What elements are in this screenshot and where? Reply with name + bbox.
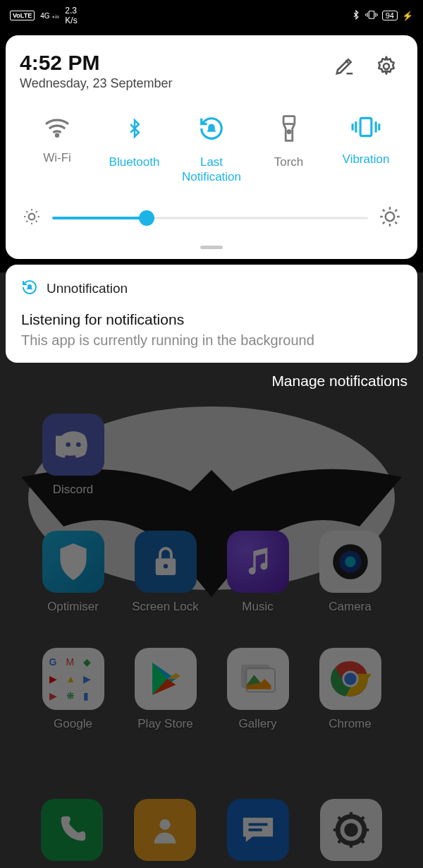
settings-button[interactable] [375, 55, 398, 80]
dock-messages[interactable] [227, 799, 289, 861]
notification-card[interactable]: Unnotification Listening for notificatio… [6, 265, 417, 363]
notification-title: Listening for notifications [21, 311, 402, 328]
app-label: Screen Lock [132, 600, 199, 614]
svg-rect-0 [369, 11, 374, 18]
svg-point-21 [159, 819, 170, 830]
svg-point-26 [344, 823, 358, 837]
toggle-torch[interactable]: Torch [253, 115, 325, 185]
svg-point-19 [342, 670, 358, 687]
svg-point-25 [341, 819, 362, 841]
vibration-icon [350, 115, 381, 139]
svg-point-12 [163, 564, 167, 568]
app-playstore[interactable]: Play Store [119, 648, 212, 731]
svg-point-18 [333, 661, 367, 696]
brightness-fill [52, 217, 147, 219]
app-gallery[interactable]: Gallery [212, 648, 304, 731]
app-discord[interactable]: Discord [27, 414, 119, 497]
wallpaper-bat [0, 399, 423, 597]
qs-header: 4:52 PM Wednesday, 23 September [20, 51, 403, 91]
toggle-bluetooth[interactable]: Bluetooth [99, 115, 171, 185]
toggle-last-notification[interactable]: Last Notification [176, 115, 247, 185]
dock-settings[interactable] [320, 799, 382, 861]
data-speed: 2.3K/s [65, 6, 77, 25]
qs-date: Wednesday, 23 September [20, 76, 172, 91]
bluetooth-icon [125, 115, 145, 142]
app-optimiser[interactable]: Optimiser [27, 531, 119, 614]
edit-button[interactable] [334, 55, 355, 80]
brightness-thumb[interactable] [139, 210, 154, 226]
app-grid: Discord Optimiser Screen Lock Music [0, 414, 423, 731]
toggle-label: Vibration [343, 152, 390, 167]
svg-point-9 [66, 442, 70, 447]
app-label: Play Store [137, 717, 192, 731]
expand-handle[interactable] [200, 246, 223, 249]
svg-point-4 [287, 131, 290, 133]
app-music[interactable]: Music [212, 531, 304, 614]
app-label: Music [242, 600, 273, 614]
svg-rect-16 [241, 665, 270, 688]
notification-app-icon [21, 279, 38, 299]
app-label: Optimiser [47, 600, 99, 614]
wifi-icon [43, 115, 71, 138]
svg-point-15 [345, 556, 356, 567]
svg-rect-23 [249, 828, 262, 831]
app-screenlock[interactable]: Screen Lock [119, 531, 212, 614]
brightness-slider[interactable] [52, 210, 368, 226]
toggle-label: Bluetooth [109, 155, 160, 169]
app-google-folder[interactable]: GM◆ ▶▲▶ ▶❋▮ Google [27, 648, 119, 731]
qs-toggles: Wi-Fi Bluetooth Last Notification Torch … [20, 115, 403, 185]
quick-settings-panel: 4:52 PM Wednesday, 23 September Wi-Fi Bl… [6, 35, 417, 259]
qs-time: 4:52 PM [20, 51, 172, 75]
dock-phone[interactable] [41, 799, 103, 861]
vibrate-status-icon [365, 10, 378, 22]
brightness-row [20, 206, 403, 237]
app-camera[interactable]: Camera [304, 531, 396, 614]
status-bar: VoLTE 4G ₊ᵢₗₗ 2.3K/s 94 ⚡ [0, 0, 423, 31]
network-indicator: 4G ₊ᵢₗₗ [40, 12, 59, 20]
dock [0, 799, 423, 861]
torch-icon [280, 115, 298, 142]
notification-body: This app is currently running in the bac… [21, 332, 402, 349]
app-label: Discord [53, 483, 94, 497]
status-right: 94 ⚡ [351, 9, 413, 23]
dock-contacts[interactable] [134, 799, 196, 861]
svg-rect-22 [249, 823, 268, 826]
battery-indicator: 94 [382, 11, 398, 20]
charging-icon: ⚡ [402, 11, 413, 21]
app-label: Chrome [329, 717, 371, 731]
notification-app-name: Unnotification [47, 281, 128, 296]
qs-datetime: 4:52 PM Wednesday, 23 September [20, 51, 172, 91]
toggle-wifi[interactable]: Wi-Fi [21, 115, 93, 185]
app-label: Gallery [239, 717, 277, 731]
status-left: VoLTE 4G ₊ᵢₗₗ 2.3K/s [10, 6, 78, 25]
svg-rect-3 [283, 116, 295, 124]
volte-badge: VoLTE [10, 11, 35, 20]
svg-rect-11 [155, 558, 176, 575]
svg-point-10 [75, 442, 80, 447]
app-label: Google [54, 717, 92, 731]
toggle-label: Wi-Fi [43, 150, 71, 165]
brightness-high-icon [379, 206, 400, 230]
bluetooth-status-icon [351, 9, 361, 23]
brightness-low-icon [23, 207, 41, 229]
svg-point-24 [336, 814, 367, 846]
manage-notifications-link[interactable]: Manage notifications [0, 363, 423, 390]
svg-point-8 [28, 406, 395, 590]
svg-point-14 [339, 551, 361, 573]
svg-point-13 [333, 544, 368, 579]
app-label: Camera [329, 600, 371, 614]
svg-rect-17 [246, 668, 275, 692]
svg-rect-5 [360, 118, 372, 135]
svg-point-20 [344, 673, 356, 685]
app-chrome[interactable]: Chrome [304, 648, 396, 731]
toggle-label: Torch [274, 155, 304, 169]
svg-point-2 [56, 134, 58, 136]
toggle-label: Last Notification [176, 155, 247, 185]
svg-point-1 [384, 64, 389, 69]
svg-point-6 [29, 213, 35, 219]
last-notification-icon [198, 115, 225, 142]
svg-point-7 [386, 212, 395, 221]
toggle-vibration[interactable]: Vibration [330, 115, 402, 185]
